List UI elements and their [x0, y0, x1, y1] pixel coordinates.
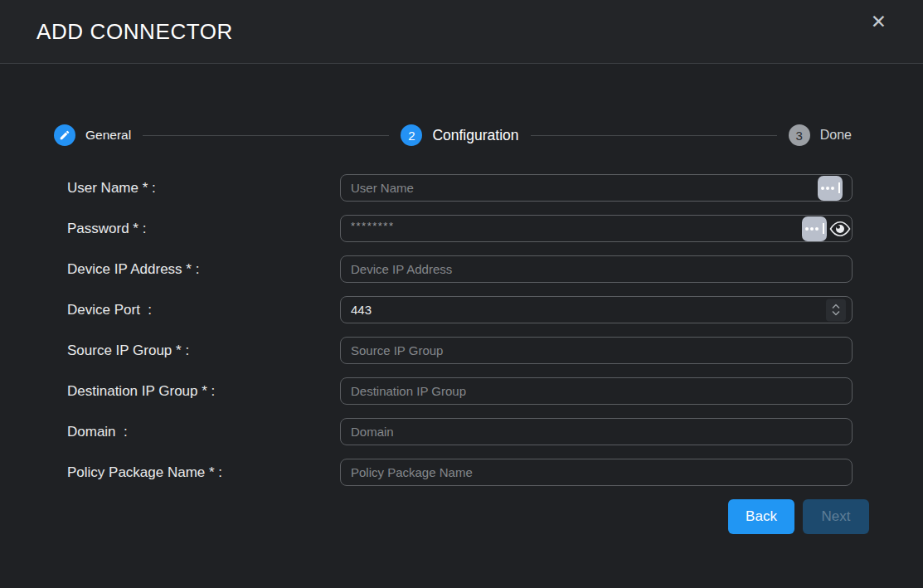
eye-icon[interactable] — [828, 219, 852, 239]
ellipsis-cursor-icon — [805, 223, 824, 234]
form-row: Device Port : — [67, 296, 923, 323]
step-circle-configuration: 2 — [401, 124, 422, 146]
step-label-general: General — [85, 128, 131, 143]
destination-ip-group-input[interactable] — [340, 377, 853, 405]
field-label-policy-package-name: Policy Package Name * : — [67, 464, 340, 481]
password-input[interactable] — [340, 215, 853, 242]
field-wrap — [340, 174, 853, 202]
field-label-domain: Domain : — [67, 424, 340, 440]
field-wrap — [340, 337, 853, 364]
wizard-footer: Back Next — [0, 499, 869, 534]
field-wrap — [340, 459, 853, 486]
wizard-stepper: General 2 Configuration 3 Done — [54, 124, 852, 146]
field-wrap — [340, 215, 853, 242]
field-label-device-ip: Device IP Address * : — [67, 261, 340, 278]
form-row: Source IP Group * : — [67, 337, 923, 364]
step-connector — [531, 135, 777, 136]
configuration-form: User Name * : Password * : — [0, 174, 923, 486]
field-label-source-ip-group: Source IP Group * : — [67, 343, 340, 359]
autofill-icon[interactable] — [802, 216, 827, 241]
step-circle-done: 3 — [789, 124, 810, 146]
field-label-device-port: Device Port : — [67, 302, 340, 318]
pencil-icon — [59, 129, 70, 141]
step-configuration: 2 Configuration — [401, 124, 518, 146]
form-row: Policy Package Name * : — [67, 459, 923, 486]
field-label-username: User Name * : — [67, 180, 340, 197]
field-label-password: Password * : — [67, 221, 340, 237]
chevron-down-icon — [832, 311, 840, 316]
page-title: ADD CONNECTOR — [36, 19, 233, 45]
dialog-header: ADD CONNECTOR ✕ — [0, 0, 923, 64]
form-row: Password * : — [67, 215, 923, 242]
step-label-done: Done — [820, 128, 852, 143]
form-row: Destination IP Group * : — [67, 377, 923, 405]
form-row: Device IP Address * : — [67, 255, 923, 283]
chevron-up-icon — [832, 304, 840, 309]
back-button[interactable]: Back — [728, 499, 794, 534]
step-general: General — [54, 124, 131, 146]
policy-package-name-input[interactable] — [340, 459, 853, 486]
field-label-destination-ip-group: Destination IP Group * : — [67, 383, 340, 400]
form-row: User Name * : — [67, 174, 923, 202]
username-input[interactable] — [340, 174, 853, 202]
field-wrap — [340, 418, 853, 445]
field-wrap — [340, 255, 853, 283]
device-ip-input[interactable] — [340, 255, 853, 283]
domain-input[interactable] — [340, 418, 853, 445]
step-connector — [143, 135, 389, 136]
ellipsis-cursor-icon — [821, 182, 840, 193]
autofill-icon[interactable] — [818, 176, 843, 201]
next-button[interactable]: Next — [803, 499, 869, 534]
field-wrap — [340, 377, 853, 405]
step-done: 3 Done — [789, 124, 852, 146]
form-row: Domain : — [67, 418, 923, 445]
device-port-input[interactable] — [340, 296, 853, 323]
field-wrap — [340, 296, 853, 323]
close-icon[interactable]: ✕ — [871, 12, 887, 32]
step-label-configuration: Configuration — [432, 127, 518, 144]
source-ip-group-input[interactable] — [340, 337, 853, 364]
step-circle-general — [54, 124, 75, 146]
number-spinner[interactable] — [826, 299, 846, 321]
